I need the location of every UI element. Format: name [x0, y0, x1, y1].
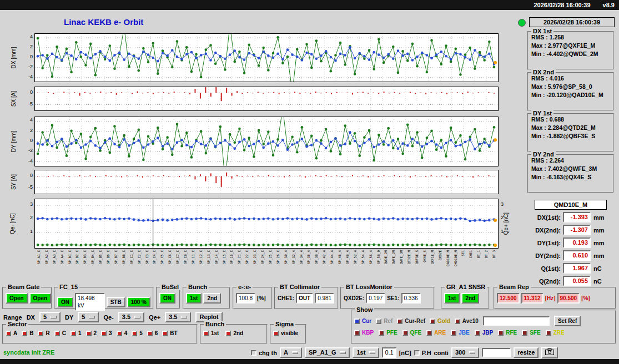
plot-sy[interactable] [34, 170, 499, 194]
x-axis-label: BT_2 [484, 250, 488, 258]
checkbox-show-ref[interactable]: Ref [376, 318, 392, 324]
checkbox-sector-b[interactable]: B [22, 330, 33, 336]
checkbox-label: ZRE [553, 330, 565, 336]
sector-group: Sector ABRC123456BT [2, 324, 198, 344]
che1-state: OUT [296, 293, 313, 304]
ee-ratio-group: e-:e- 100.8 [%] [233, 287, 273, 309]
option-menu-indicator [181, 316, 187, 318]
sx-tick-gutter: 0-5 [19, 87, 33, 111]
checkbox-show-sfe[interactable]: SFE [522, 330, 540, 336]
checkbox-sector-a[interactable]: A [6, 330, 17, 336]
beam-gate-title: Beam Gate [6, 284, 41, 290]
checkbox-sector-5[interactable]: 5 [132, 330, 143, 336]
plot-dx[interactable] [34, 33, 499, 82]
axis-tick-label: -5 [28, 101, 33, 107]
checkbox-sector-4[interactable]: 4 [117, 330, 128, 336]
bunch-2nd-button[interactable]: 2nd [203, 293, 221, 304]
checkbox-ph[interactable]: P.H [414, 350, 431, 356]
module-select[interactable]: SP_A1_G [305, 347, 350, 358]
checkbox-bunch-2nd[interactable]: 2nd [225, 330, 243, 336]
x-axis-label: SP_C8_C [183, 250, 187, 264]
checkbox-sector-3[interactable]: 3 [101, 330, 112, 336]
x-axis-label: SP_B2_C [75, 250, 79, 264]
stats-panel-title: DX 2nd [531, 69, 556, 75]
x-axis-label: SP_A4_C [60, 250, 64, 264]
dx-tick-gutter: 420-2-4 [19, 33, 33, 82]
bunch-1st-button[interactable]: 1st [186, 293, 202, 304]
x-axis-label: CHE1 [469, 250, 472, 258]
stats-line: Min : -4.402@QWDE_2M [531, 50, 613, 57]
status-entry-field[interactable] [482, 348, 511, 357]
qmd-row-label: Q(1st): [527, 265, 561, 272]
qmd-row-value: 0.610 [563, 250, 591, 261]
checkbox-show-rfe[interactable]: RFE [498, 330, 517, 336]
option-menu-indicator [369, 351, 375, 354]
range-dy-select[interactable]: 5 [78, 312, 99, 322]
fc15-on-button[interactable]: ON [57, 297, 73, 307]
x-axis-label: QXF1E_M [430, 250, 434, 264]
checkbox-show-jbe[interactable]: JBE [451, 330, 469, 336]
points-select[interactable]: 300 [451, 347, 479, 358]
checkbox-show-are[interactable]: ARE [426, 330, 446, 336]
beam-gate-open-2-button[interactable]: Open [29, 293, 52, 304]
x-axis-label: QX4E_S [422, 250, 426, 262]
checkbox-indicator [251, 350, 256, 356]
qmd-row-unit: mm [593, 227, 605, 234]
qmd-row-unit: nC [593, 265, 602, 272]
qmd-row-label: DX(2nd): [527, 227, 561, 234]
ref-entry-field[interactable] [483, 316, 550, 326]
stats-panel-dx-1st: DX 1stRMS : 1.258Max : 2.977@QXF1E_MMin … [527, 31, 614, 70]
checkbox-show-pfe[interactable]: PFE [379, 330, 397, 336]
device-select[interactable]: A [280, 347, 302, 358]
snsr-2nd-button[interactable]: 2nd [461, 293, 479, 304]
checkbox-sector-6[interactable]: 6 [147, 330, 158, 336]
checkbox-show-qfe[interactable]: QFE [402, 330, 422, 336]
range-dx-label: DX [27, 314, 35, 321]
checkbox-sector-1[interactable]: 1 [71, 330, 82, 336]
bunch-select[interactable]: 1st [353, 347, 379, 358]
checkbox-show-kbp[interactable]: KBP [354, 330, 374, 336]
busel-on-button[interactable]: ON [159, 293, 175, 304]
checkbox-show-cur-ref[interactable]: Cur-Ref [397, 318, 425, 324]
checkbox-indicator [475, 330, 480, 336]
plot-dy[interactable] [34, 117, 499, 166]
fc15-stb-button[interactable]: STB [107, 297, 125, 307]
checkbox-sigma-visible[interactable]: visible [273, 330, 298, 336]
checkbox-sector-2[interactable]: 2 [86, 330, 97, 336]
checkbox-sector-r[interactable]: R [38, 330, 49, 336]
range-qe-plus-select[interactable]: 3.5 [165, 312, 191, 322]
x-axis-label: SP_C7_C [175, 250, 179, 264]
checkbox-sector-c[interactable]: C [54, 330, 66, 336]
clock-display: 2026/02/28 16:00:39 [529, 17, 615, 27]
checkbox-show-zre[interactable]: ZRE [546, 330, 565, 336]
resize-button[interactable]: resize [514, 347, 539, 358]
checkbox-label: QFE [410, 330, 422, 336]
checkbox-indicator [6, 331, 11, 336]
beam-gate-open-1-button[interactable]: Open [6, 293, 28, 304]
qmd-row-value: 0.055 [563, 276, 591, 286]
range-qe-minus-select[interactable]: 3.5 [118, 312, 144, 322]
plot-sx[interactable] [34, 87, 499, 111]
x-axis-label: SP_32_4 [291, 250, 295, 264]
camera-button[interactable] [541, 347, 558, 358]
checkbox-indicator [101, 331, 107, 336]
set-ref-button[interactable]: Set Ref [554, 316, 581, 326]
app-window: 2026/02/28 16:00:39 v8.9 Linac KEKB e- O… [0, 0, 619, 364]
checkbox-bunch-1st[interactable]: 1st [203, 330, 219, 336]
checkbox-indicator [54, 331, 60, 336]
checkbox-show-jbp[interactable]: JBP [475, 330, 493, 336]
snsr-1st-button[interactable]: 1st [444, 293, 460, 304]
checkbox-sector-bt[interactable]: BT [162, 330, 177, 336]
checkbox-show-ave10[interactable]: Ave10 [455, 318, 479, 324]
range-dx-select[interactable]: 5 [39, 312, 61, 322]
checkbox-show-cur[interactable]: Cur [354, 318, 371, 324]
checkbox-chg-th[interactable]: chg th [251, 350, 277, 356]
plot-charge[interactable] [34, 199, 499, 249]
qmd-row-value: 1.967 [563, 263, 591, 274]
camera-icon [545, 348, 554, 355]
dy-tick-gutter: 420-2-4 [19, 117, 33, 166]
stats-line: Max : 7.402@QWFE_3M [531, 165, 613, 172]
sigma-group: Sigma visible [270, 324, 306, 344]
threshold-field[interactable]: 0.1 [382, 347, 396, 358]
checkbox-show-gold[interactable]: Gold [430, 318, 450, 324]
